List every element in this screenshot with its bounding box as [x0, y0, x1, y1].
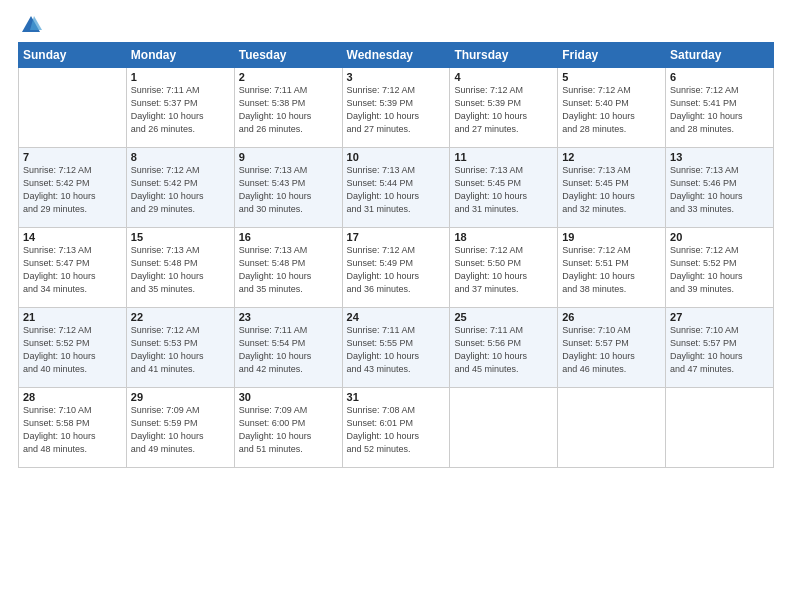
day-number: 26	[562, 311, 661, 323]
calendar-cell: 11Sunrise: 7:13 AM Sunset: 5:45 PM Dayli…	[450, 148, 558, 228]
day-number: 24	[347, 311, 446, 323]
weekday-header-monday: Monday	[126, 43, 234, 68]
calendar-cell: 21Sunrise: 7:12 AM Sunset: 5:52 PM Dayli…	[19, 308, 127, 388]
day-number: 27	[670, 311, 769, 323]
calendar-cell: 7Sunrise: 7:12 AM Sunset: 5:42 PM Daylig…	[19, 148, 127, 228]
weekday-header-sunday: Sunday	[19, 43, 127, 68]
calendar-cell: 17Sunrise: 7:12 AM Sunset: 5:49 PM Dayli…	[342, 228, 450, 308]
day-info: Sunrise: 7:12 AM Sunset: 5:39 PM Dayligh…	[347, 84, 446, 136]
day-number: 30	[239, 391, 338, 403]
header	[18, 10, 774, 36]
calendar-cell: 6Sunrise: 7:12 AM Sunset: 5:41 PM Daylig…	[666, 68, 774, 148]
day-number: 31	[347, 391, 446, 403]
day-number: 25	[454, 311, 553, 323]
day-info: Sunrise: 7:12 AM Sunset: 5:42 PM Dayligh…	[23, 164, 122, 216]
day-info: Sunrise: 7:09 AM Sunset: 5:59 PM Dayligh…	[131, 404, 230, 456]
logo	[18, 14, 42, 36]
calendar-cell: 25Sunrise: 7:11 AM Sunset: 5:56 PM Dayli…	[450, 308, 558, 388]
day-info: Sunrise: 7:12 AM Sunset: 5:42 PM Dayligh…	[131, 164, 230, 216]
day-info: Sunrise: 7:08 AM Sunset: 6:01 PM Dayligh…	[347, 404, 446, 456]
day-info: Sunrise: 7:11 AM Sunset: 5:55 PM Dayligh…	[347, 324, 446, 376]
day-number: 13	[670, 151, 769, 163]
calendar-cell: 26Sunrise: 7:10 AM Sunset: 5:57 PM Dayli…	[558, 308, 666, 388]
calendar-table: SundayMondayTuesdayWednesdayThursdayFrid…	[18, 42, 774, 468]
day-info: Sunrise: 7:13 AM Sunset: 5:44 PM Dayligh…	[347, 164, 446, 216]
day-number: 8	[131, 151, 230, 163]
week-row-2: 14Sunrise: 7:13 AM Sunset: 5:47 PM Dayli…	[19, 228, 774, 308]
day-info: Sunrise: 7:12 AM Sunset: 5:52 PM Dayligh…	[670, 244, 769, 296]
calendar-cell	[450, 388, 558, 468]
day-info: Sunrise: 7:13 AM Sunset: 5:46 PM Dayligh…	[670, 164, 769, 216]
calendar-cell: 16Sunrise: 7:13 AM Sunset: 5:48 PM Dayli…	[234, 228, 342, 308]
day-number: 4	[454, 71, 553, 83]
day-number: 12	[562, 151, 661, 163]
week-row-0: 1Sunrise: 7:11 AM Sunset: 5:37 PM Daylig…	[19, 68, 774, 148]
calendar-cell: 4Sunrise: 7:12 AM Sunset: 5:39 PM Daylig…	[450, 68, 558, 148]
calendar-cell: 9Sunrise: 7:13 AM Sunset: 5:43 PM Daylig…	[234, 148, 342, 228]
calendar-cell: 19Sunrise: 7:12 AM Sunset: 5:51 PM Dayli…	[558, 228, 666, 308]
calendar-cell: 14Sunrise: 7:13 AM Sunset: 5:47 PM Dayli…	[19, 228, 127, 308]
day-info: Sunrise: 7:11 AM Sunset: 5:56 PM Dayligh…	[454, 324, 553, 376]
day-info: Sunrise: 7:13 AM Sunset: 5:47 PM Dayligh…	[23, 244, 122, 296]
day-info: Sunrise: 7:12 AM Sunset: 5:49 PM Dayligh…	[347, 244, 446, 296]
week-row-4: 28Sunrise: 7:10 AM Sunset: 5:58 PM Dayli…	[19, 388, 774, 468]
day-info: Sunrise: 7:12 AM Sunset: 5:41 PM Dayligh…	[670, 84, 769, 136]
calendar-cell: 27Sunrise: 7:10 AM Sunset: 5:57 PM Dayli…	[666, 308, 774, 388]
day-info: Sunrise: 7:13 AM Sunset: 5:48 PM Dayligh…	[131, 244, 230, 296]
day-info: Sunrise: 7:12 AM Sunset: 5:40 PM Dayligh…	[562, 84, 661, 136]
day-number: 6	[670, 71, 769, 83]
weekday-header-saturday: Saturday	[666, 43, 774, 68]
day-number: 2	[239, 71, 338, 83]
weekday-header-wednesday: Wednesday	[342, 43, 450, 68]
day-info: Sunrise: 7:09 AM Sunset: 6:00 PM Dayligh…	[239, 404, 338, 456]
calendar-cell	[558, 388, 666, 468]
day-number: 20	[670, 231, 769, 243]
week-row-1: 7Sunrise: 7:12 AM Sunset: 5:42 PM Daylig…	[19, 148, 774, 228]
calendar-cell: 30Sunrise: 7:09 AM Sunset: 6:00 PM Dayli…	[234, 388, 342, 468]
calendar-cell: 20Sunrise: 7:12 AM Sunset: 5:52 PM Dayli…	[666, 228, 774, 308]
day-number: 22	[131, 311, 230, 323]
day-info: Sunrise: 7:13 AM Sunset: 5:45 PM Dayligh…	[562, 164, 661, 216]
day-number: 11	[454, 151, 553, 163]
calendar-cell: 1Sunrise: 7:11 AM Sunset: 5:37 PM Daylig…	[126, 68, 234, 148]
day-info: Sunrise: 7:13 AM Sunset: 5:43 PM Dayligh…	[239, 164, 338, 216]
day-info: Sunrise: 7:10 AM Sunset: 5:57 PM Dayligh…	[562, 324, 661, 376]
day-info: Sunrise: 7:12 AM Sunset: 5:52 PM Dayligh…	[23, 324, 122, 376]
day-number: 15	[131, 231, 230, 243]
calendar-cell: 12Sunrise: 7:13 AM Sunset: 5:45 PM Dayli…	[558, 148, 666, 228]
day-number: 18	[454, 231, 553, 243]
weekday-header-tuesday: Tuesday	[234, 43, 342, 68]
calendar-cell	[19, 68, 127, 148]
calendar-cell: 10Sunrise: 7:13 AM Sunset: 5:44 PM Dayli…	[342, 148, 450, 228]
page: SundayMondayTuesdayWednesdayThursdayFrid…	[0, 0, 792, 478]
day-info: Sunrise: 7:11 AM Sunset: 5:54 PM Dayligh…	[239, 324, 338, 376]
day-number: 14	[23, 231, 122, 243]
calendar-cell: 24Sunrise: 7:11 AM Sunset: 5:55 PM Dayli…	[342, 308, 450, 388]
calendar-cell: 15Sunrise: 7:13 AM Sunset: 5:48 PM Dayli…	[126, 228, 234, 308]
day-number: 21	[23, 311, 122, 323]
calendar-cell: 3Sunrise: 7:12 AM Sunset: 5:39 PM Daylig…	[342, 68, 450, 148]
day-number: 17	[347, 231, 446, 243]
day-number: 28	[23, 391, 122, 403]
day-info: Sunrise: 7:13 AM Sunset: 5:48 PM Dayligh…	[239, 244, 338, 296]
day-info: Sunrise: 7:13 AM Sunset: 5:45 PM Dayligh…	[454, 164, 553, 216]
day-info: Sunrise: 7:12 AM Sunset: 5:50 PM Dayligh…	[454, 244, 553, 296]
calendar-cell: 23Sunrise: 7:11 AM Sunset: 5:54 PM Dayli…	[234, 308, 342, 388]
day-number: 29	[131, 391, 230, 403]
calendar-cell: 18Sunrise: 7:12 AM Sunset: 5:50 PM Dayli…	[450, 228, 558, 308]
week-row-3: 21Sunrise: 7:12 AM Sunset: 5:52 PM Dayli…	[19, 308, 774, 388]
calendar-cell: 31Sunrise: 7:08 AM Sunset: 6:01 PM Dayli…	[342, 388, 450, 468]
day-number: 1	[131, 71, 230, 83]
day-info: Sunrise: 7:10 AM Sunset: 5:57 PM Dayligh…	[670, 324, 769, 376]
day-info: Sunrise: 7:11 AM Sunset: 5:38 PM Dayligh…	[239, 84, 338, 136]
day-info: Sunrise: 7:12 AM Sunset: 5:51 PM Dayligh…	[562, 244, 661, 296]
day-number: 5	[562, 71, 661, 83]
day-number: 23	[239, 311, 338, 323]
day-info: Sunrise: 7:12 AM Sunset: 5:39 PM Dayligh…	[454, 84, 553, 136]
day-number: 10	[347, 151, 446, 163]
day-info: Sunrise: 7:11 AM Sunset: 5:37 PM Dayligh…	[131, 84, 230, 136]
day-number: 7	[23, 151, 122, 163]
day-number: 3	[347, 71, 446, 83]
calendar-cell: 5Sunrise: 7:12 AM Sunset: 5:40 PM Daylig…	[558, 68, 666, 148]
day-number: 19	[562, 231, 661, 243]
